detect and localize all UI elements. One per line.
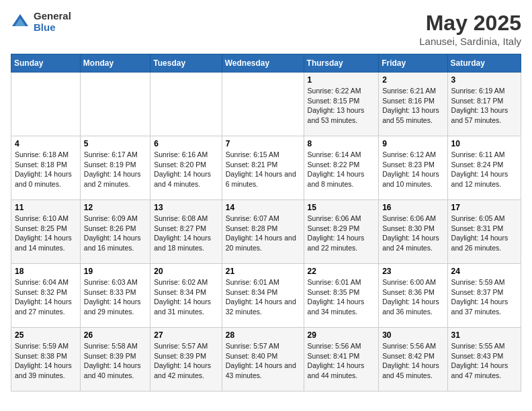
calendar-cell: 28Sunrise: 5:57 AM Sunset: 8:40 PM Dayli… bbox=[222, 328, 304, 392]
day-number: 31 bbox=[451, 330, 517, 340]
day-number: 22 bbox=[308, 267, 375, 276]
cell-content: Sunrise: 6:00 AM Sunset: 8:36 PM Dayligh… bbox=[382, 277, 443, 317]
calendar-cell: 5Sunrise: 6:17 AM Sunset: 8:19 PM Daylig… bbox=[80, 136, 150, 200]
calendar-cell bbox=[222, 73, 304, 136]
calendar-cell: 22Sunrise: 6:01 AM Sunset: 8:35 PM Dayli… bbox=[304, 264, 379, 328]
calendar-cell: 30Sunrise: 5:56 AM Sunset: 8:42 PM Dayli… bbox=[379, 328, 447, 392]
day-number: 18 bbox=[15, 267, 77, 276]
cell-content: Sunrise: 5:56 AM Sunset: 8:42 PM Dayligh… bbox=[382, 341, 443, 381]
cell-content: Sunrise: 6:04 AM Sunset: 8:32 PM Dayligh… bbox=[15, 277, 77, 317]
day-number: 19 bbox=[84, 267, 146, 276]
logo: General Blue bbox=[11, 11, 71, 33]
day-number: 1 bbox=[308, 75, 375, 85]
calendar-cell bbox=[80, 73, 150, 136]
day-number: 25 bbox=[15, 330, 77, 340]
day-number: 9 bbox=[382, 139, 443, 148]
cell-content: Sunrise: 5:57 AM Sunset: 8:40 PM Dayligh… bbox=[226, 341, 300, 381]
day-number: 20 bbox=[154, 267, 218, 276]
day-number: 3 bbox=[451, 75, 517, 85]
calendar-cell: 16Sunrise: 6:06 AM Sunset: 8:30 PM Dayli… bbox=[379, 200, 447, 264]
cell-content: Sunrise: 6:05 AM Sunset: 8:31 PM Dayligh… bbox=[451, 214, 517, 253]
logo-general-text: General bbox=[34, 11, 71, 22]
calendar-cell: 24Sunrise: 5:59 AM Sunset: 8:37 PM Dayli… bbox=[447, 264, 521, 328]
logo-blue-text: Blue bbox=[34, 22, 71, 34]
calendar-cell: 12Sunrise: 6:09 AM Sunset: 8:26 PM Dayli… bbox=[80, 200, 150, 264]
header-row: SundayMondayTuesdayWednesdayThursdayFrid… bbox=[11, 54, 521, 73]
cell-content: Sunrise: 6:11 AM Sunset: 8:24 PM Dayligh… bbox=[451, 150, 517, 189]
cell-content: Sunrise: 6:17 AM Sunset: 8:19 PM Dayligh… bbox=[84, 150, 146, 189]
calendar-cell: 21Sunrise: 6:01 AM Sunset: 8:34 PM Dayli… bbox=[222, 264, 304, 328]
calendar-table: SundayMondayTuesdayWednesdayThursdayFrid… bbox=[11, 54, 521, 392]
cell-content: Sunrise: 6:01 AM Sunset: 8:34 PM Dayligh… bbox=[226, 277, 300, 317]
header-day-tuesday: Tuesday bbox=[150, 54, 222, 73]
calendar-cell: 19Sunrise: 6:03 AM Sunset: 8:33 PM Dayli… bbox=[80, 264, 150, 328]
calendar-cell: 11Sunrise: 6:10 AM Sunset: 8:25 PM Dayli… bbox=[11, 200, 81, 264]
header-day-friday: Friday bbox=[379, 54, 447, 73]
cell-content: Sunrise: 6:06 AM Sunset: 8:30 PM Dayligh… bbox=[382, 214, 443, 253]
day-number: 27 bbox=[154, 330, 218, 340]
calendar-cell: 3Sunrise: 6:19 AM Sunset: 8:17 PM Daylig… bbox=[447, 73, 521, 136]
calendar-cell: 27Sunrise: 5:57 AM Sunset: 8:39 PM Dayli… bbox=[150, 328, 222, 392]
day-number: 30 bbox=[382, 330, 443, 340]
calendar-cell: 29Sunrise: 5:56 AM Sunset: 8:41 PM Dayli… bbox=[304, 328, 379, 392]
header-day-wednesday: Wednesday bbox=[222, 54, 304, 73]
day-number: 21 bbox=[226, 267, 300, 276]
day-number: 26 bbox=[84, 330, 146, 340]
calendar-cell: 15Sunrise: 6:06 AM Sunset: 8:29 PM Dayli… bbox=[304, 200, 379, 264]
page-header: General Blue May 2025 Lanusei, Sardinia,… bbox=[11, 11, 521, 47]
header-day-monday: Monday bbox=[80, 54, 150, 73]
day-number: 24 bbox=[451, 267, 517, 276]
day-number: 16 bbox=[382, 203, 443, 212]
cell-content: Sunrise: 5:59 AM Sunset: 8:37 PM Dayligh… bbox=[451, 277, 517, 317]
day-number: 10 bbox=[451, 139, 517, 148]
day-number: 11 bbox=[15, 203, 77, 212]
calendar-cell: 26Sunrise: 5:58 AM Sunset: 8:39 PM Dayli… bbox=[80, 328, 150, 392]
cell-content: Sunrise: 6:03 AM Sunset: 8:33 PM Dayligh… bbox=[84, 277, 146, 317]
calendar-cell: 6Sunrise: 6:16 AM Sunset: 8:20 PM Daylig… bbox=[150, 136, 222, 200]
day-number: 5 bbox=[84, 139, 146, 148]
calendar-cell: 7Sunrise: 6:15 AM Sunset: 8:21 PM Daylig… bbox=[222, 136, 304, 200]
cell-content: Sunrise: 6:18 AM Sunset: 8:18 PM Dayligh… bbox=[15, 150, 77, 189]
header-day-sunday: Sunday bbox=[11, 54, 81, 73]
day-number: 8 bbox=[308, 139, 375, 148]
header-day-saturday: Saturday bbox=[447, 54, 521, 73]
day-number: 7 bbox=[226, 139, 300, 148]
week-row-1: 1Sunrise: 6:22 AM Sunset: 8:15 PM Daylig… bbox=[11, 73, 521, 136]
cell-content: Sunrise: 6:10 AM Sunset: 8:25 PM Dayligh… bbox=[15, 214, 77, 253]
day-number: 23 bbox=[382, 267, 443, 276]
cell-content: Sunrise: 6:14 AM Sunset: 8:22 PM Dayligh… bbox=[308, 150, 375, 189]
day-number: 4 bbox=[15, 139, 77, 148]
calendar-cell: 23Sunrise: 6:00 AM Sunset: 8:36 PM Dayli… bbox=[379, 264, 447, 328]
calendar-header: SundayMondayTuesdayWednesdayThursdayFrid… bbox=[11, 54, 521, 73]
calendar-cell: 10Sunrise: 6:11 AM Sunset: 8:24 PM Dayli… bbox=[447, 136, 521, 200]
day-number: 14 bbox=[226, 203, 300, 212]
calendar-cell bbox=[150, 73, 222, 136]
calendar-cell: 18Sunrise: 6:04 AM Sunset: 8:32 PM Dayli… bbox=[11, 264, 81, 328]
cell-content: Sunrise: 6:21 AM Sunset: 8:16 PM Dayligh… bbox=[382, 86, 443, 126]
cell-content: Sunrise: 6:06 AM Sunset: 8:29 PM Dayligh… bbox=[308, 214, 375, 253]
week-row-5: 25Sunrise: 5:59 AM Sunset: 8:38 PM Dayli… bbox=[11, 328, 521, 392]
calendar-cell: 9Sunrise: 6:12 AM Sunset: 8:23 PM Daylig… bbox=[379, 136, 447, 200]
calendar-cell: 20Sunrise: 6:02 AM Sunset: 8:34 PM Dayli… bbox=[150, 264, 222, 328]
calendar-cell: 2Sunrise: 6:21 AM Sunset: 8:16 PM Daylig… bbox=[379, 73, 447, 136]
cell-content: Sunrise: 6:19 AM Sunset: 8:17 PM Dayligh… bbox=[451, 86, 517, 126]
calendar-cell: 1Sunrise: 6:22 AM Sunset: 8:15 PM Daylig… bbox=[304, 73, 379, 136]
calendar-cell: 8Sunrise: 6:14 AM Sunset: 8:22 PM Daylig… bbox=[304, 136, 379, 200]
day-number: 6 bbox=[154, 139, 218, 148]
calendar-subtitle: Lanusei, Sardinia, Italy bbox=[419, 36, 521, 47]
cell-content: Sunrise: 6:16 AM Sunset: 8:20 PM Dayligh… bbox=[154, 150, 218, 189]
cell-content: Sunrise: 5:56 AM Sunset: 8:41 PM Dayligh… bbox=[308, 341, 375, 381]
day-number: 15 bbox=[308, 203, 375, 212]
calendar-cell: 4Sunrise: 6:18 AM Sunset: 8:18 PM Daylig… bbox=[11, 136, 81, 200]
cell-content: Sunrise: 6:15 AM Sunset: 8:21 PM Dayligh… bbox=[226, 150, 300, 189]
logo-icon bbox=[11, 13, 30, 32]
header-day-thursday: Thursday bbox=[304, 54, 379, 73]
calendar-body: 1Sunrise: 6:22 AM Sunset: 8:15 PM Daylig… bbox=[11, 73, 521, 392]
cell-content: Sunrise: 5:55 AM Sunset: 8:43 PM Dayligh… bbox=[451, 341, 517, 381]
cell-content: Sunrise: 6:12 AM Sunset: 8:23 PM Dayligh… bbox=[382, 150, 443, 189]
cell-content: Sunrise: 5:57 AM Sunset: 8:39 PM Dayligh… bbox=[154, 341, 218, 381]
cell-content: Sunrise: 6:02 AM Sunset: 8:34 PM Dayligh… bbox=[154, 277, 218, 317]
title-block: May 2025 Lanusei, Sardinia, Italy bbox=[419, 11, 521, 47]
day-number: 28 bbox=[226, 330, 300, 340]
week-row-3: 11Sunrise: 6:10 AM Sunset: 8:25 PM Dayli… bbox=[11, 200, 521, 264]
